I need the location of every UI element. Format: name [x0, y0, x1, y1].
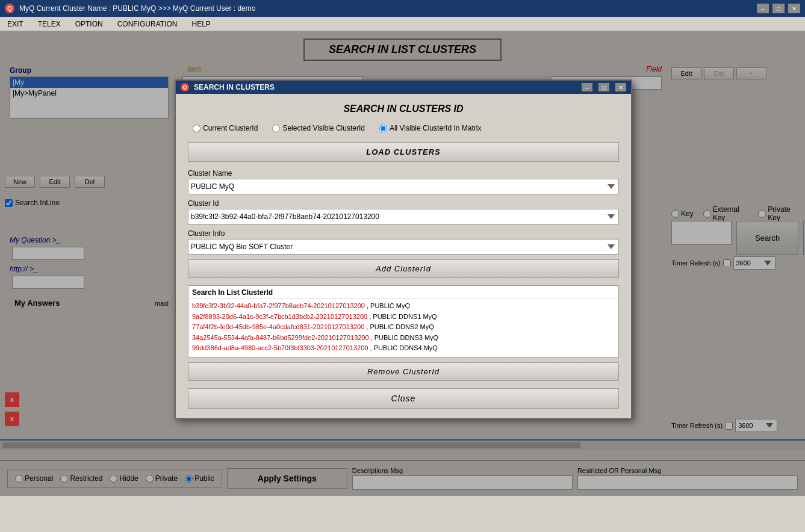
close-button[interactable]: ✕ — [788, 4, 800, 13]
modal-body: SEARCH IN CLUSTERS ID Current ClusterId … — [176, 94, 631, 418]
search-list-section: Search In List ClusterId b39fc3f2-3b92-4… — [188, 285, 619, 357]
cluster-list-item: 77af4f2b-fe0d-45db-985e-4a0cdafcd831-202… — [192, 322, 615, 333]
cluster-list-item: b39fc3f2-3b92-44a0-bfa7-2f977b8aeb74-202… — [192, 301, 615, 312]
cluster-info-label: Cluster Info — [188, 229, 619, 238]
menu-option[interactable]: OPTION — [73, 19, 105, 29]
selected-visible-radio-input[interactable] — [272, 125, 280, 132]
window-controls: – □ ✕ — [757, 4, 800, 13]
add-cluster-id-button[interactable]: Add ClusterId — [188, 259, 619, 278]
cluster-list: b39fc3f2-3b92-44a0-bfa7-2f977b8aeb74-202… — [188, 298, 618, 356]
menu-configuration[interactable]: CONFIGURATION — [115, 19, 180, 29]
cluster-info-group: Cluster Info PUBLIC MyQ Bio SOFT Cluster — [188, 229, 619, 255]
modal-maximize-button[interactable]: □ — [598, 83, 609, 91]
maximize-button[interactable]: □ — [772, 4, 785, 13]
current-cluster-id-radio[interactable]: Current ClusterId — [193, 124, 258, 132]
remove-cluster-id-button[interactable]: Remove ClusterId — [188, 362, 619, 381]
all-visible-radio-input[interactable] — [379, 125, 387, 132]
selected-visible-radio[interactable]: Selected Visible ClusterId — [272, 124, 365, 132]
load-clusters-button[interactable]: LOAD CLUSTERS — [188, 142, 619, 162]
window-title: MyQ Current Cluster Name : PUBLIC MyQ >>… — [19, 4, 757, 13]
search-list-title: Search In List ClusterId — [188, 286, 618, 298]
menu-telex[interactable]: TELEX — [36, 19, 63, 29]
modal-overlay: Q SEARCH IN CLUSTERS – □ ✕ SEARCH IN CLU… — [0, 31, 805, 496]
current-cluster-id-radio-input[interactable] — [193, 125, 200, 132]
modal-section-title: SEARCH IN CLUSTERS ID — [188, 104, 619, 114]
close-modal-button[interactable]: Close — [188, 388, 619, 409]
cluster-list-item: 99dd386d-ad8a-4980-acc2-5b70f3bf3303-202… — [192, 343, 615, 354]
modal-minimize-button[interactable]: – — [582, 83, 592, 91]
cluster-name-select[interactable]: PUBLIC MyQ — [188, 179, 619, 194]
menu-help[interactable]: HELP — [189, 19, 213, 29]
cluster-list-item: 34a2545a-5534-4afa-8487-b6bd5299fde2-202… — [192, 333, 615, 344]
current-cluster-id-label: Current ClusterId — [203, 124, 258, 132]
modal-icon: Q — [181, 83, 189, 91]
cluster-id-label: Cluster Id — [188, 199, 619, 208]
app-icon: Q — [5, 4, 14, 13]
cluster-id-group: Cluster Id b39fc3f2-3b92-44a0-bfa7-2f977… — [188, 199, 619, 224]
selected-visible-label: Selected Visible ClusterId — [282, 124, 365, 132]
cluster-name-group: Cluster Name PUBLIC MyQ — [188, 169, 619, 194]
minimize-button[interactable]: – — [757, 4, 769, 13]
cluster-name-label: Cluster Name — [188, 169, 619, 178]
menu-exit[interactable]: EXIT — [5, 19, 26, 29]
all-visible-radio[interactable]: All Visible ClusterId In Matrix — [379, 124, 482, 132]
search-in-clusters-modal: Q SEARCH IN CLUSTERS – □ ✕ SEARCH IN CLU… — [175, 79, 632, 419]
modal-close-button[interactable]: ✕ — [615, 83, 626, 91]
cluster-id-select[interactable]: b39fc3f2-3b92-44a0-bfa7-2f977b8aeb74-202… — [188, 209, 619, 224]
main-content: SEARCH IN LIST CLUSTERS Group item Field… — [0, 31, 805, 496]
cluster-list-item: 9a2f8893-20d6-4a1c-9c3f-e7bcb1d3bcb2-202… — [192, 312, 615, 323]
all-visible-label: All Visible ClusterId In Matrix — [390, 124, 482, 132]
menu-bar: EXIT TELEX OPTION CONFIGURATION HELP — [0, 17, 805, 31]
modal-title: SEARCH IN CLUSTERS — [194, 83, 576, 91]
cluster-id-radio-group: Current ClusterId Selected Visible Clust… — [188, 124, 619, 132]
title-bar: Q MyQ Current Cluster Name : PUBLIC MyQ … — [0, 0, 805, 17]
cluster-info-select[interactable]: PUBLIC MyQ Bio SOFT Cluster — [188, 239, 619, 255]
modal-title-bar: Q SEARCH IN CLUSTERS – □ ✕ — [176, 81, 631, 94]
